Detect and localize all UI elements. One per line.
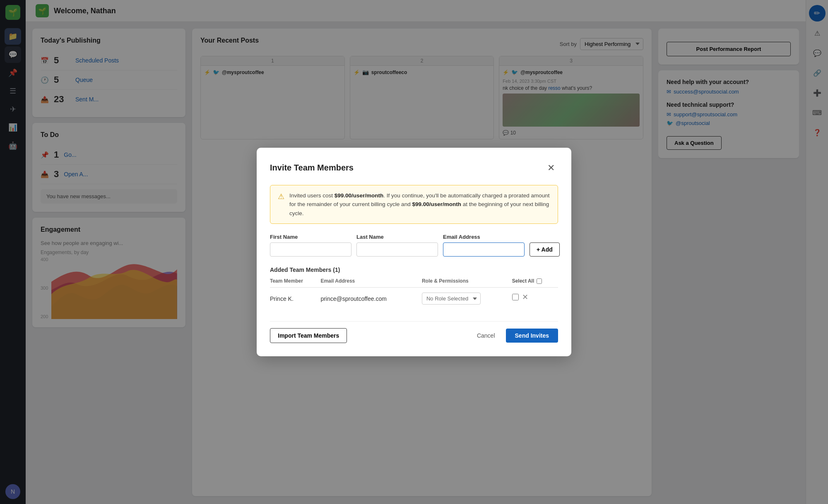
last-name-label: Last Name	[356, 234, 438, 240]
email-input[interactable]	[443, 242, 525, 257]
invite-team-modal: Invite Team Members ✕ ⚠ Invited users co…	[257, 148, 571, 357]
warning-text: Invited users cost $99.00/user/month. If…	[289, 191, 550, 218]
warning-price-1: $99.00/user/month	[335, 192, 384, 199]
row-checkbox[interactable]	[512, 294, 519, 300]
member-email: prince@sproutcoffee.com	[320, 288, 422, 310]
warning-box: ⚠ Invited users cost $99.00/user/month. …	[270, 185, 558, 224]
modal-header: Invite Team Members ✕	[270, 161, 558, 175]
warning-price-2: $99.00/user/month	[412, 201, 461, 207]
col-member: Team Member	[270, 278, 320, 288]
team-section-title: Added Team Members (1)	[270, 266, 558, 273]
team-table: Team Member Email Address Role & Permiss…	[270, 278, 558, 310]
col-role: Role & Permissions	[422, 278, 512, 288]
member-name: Prince K.	[270, 288, 320, 310]
member-actions: ✕	[512, 288, 558, 307]
invite-form-row: First Name Last Name Email Address + Add	[270, 234, 558, 257]
role-select[interactable]: No Role Selected	[422, 293, 481, 305]
cancel-btn[interactable]: Cancel	[471, 329, 501, 343]
table-row: Prince K. prince@sproutcoffee.com No Rol…	[270, 288, 558, 310]
last-name-input[interactable]	[356, 242, 438, 257]
email-label: Email Address	[443, 234, 525, 240]
col-select-all: Select All	[512, 278, 558, 288]
last-name-group: Last Name	[356, 234, 438, 257]
first-name-label: First Name	[270, 234, 351, 240]
warning-prefix: Invited users cost	[289, 192, 335, 199]
member-role-cell: No Role Selected	[422, 288, 512, 310]
modal-footer: Import Team Members Cancel Send Invites	[270, 321, 558, 343]
modal-close-btn[interactable]: ✕	[544, 161, 558, 175]
import-team-btn[interactable]: Import Team Members	[270, 328, 347, 343]
send-invites-btn[interactable]: Send Invites	[506, 329, 558, 343]
col-email: Email Address	[320, 278, 422, 288]
warning-icon: ⚠	[278, 192, 284, 218]
first-name-group: First Name	[270, 234, 351, 257]
first-name-input[interactable]	[270, 242, 351, 257]
footer-right: Cancel Send Invites	[471, 329, 558, 343]
add-member-btn[interactable]: + Add	[530, 242, 560, 257]
modal-title: Invite Team Members	[270, 163, 354, 173]
select-all-checkbox[interactable]	[537, 278, 542, 284]
row-delete-btn[interactable]: ✕	[522, 293, 528, 302]
modal-overlay[interactable]: Invite Team Members ✕ ⚠ Invited users co…	[0, 0, 828, 504]
email-group: Email Address	[443, 234, 525, 257]
